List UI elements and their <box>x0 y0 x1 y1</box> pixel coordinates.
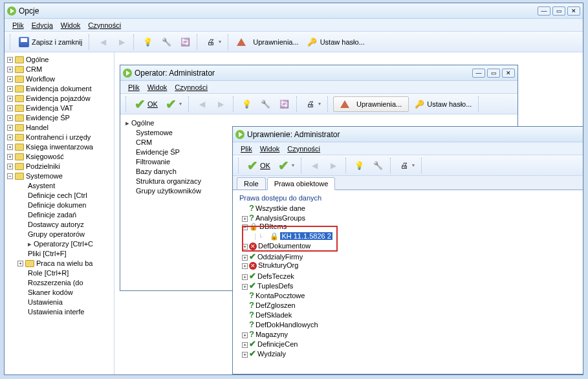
list-item[interactable]: Bazy danych <box>125 167 219 177</box>
tree-item[interactable]: Grupy operatorów <box>6 230 113 239</box>
tree-item[interactable]: +Ewidencje ŚP <box>6 113 113 123</box>
menu-widok[interactable]: Widok <box>147 83 168 91</box>
tree-item[interactable]: +Ogólne <box>6 55 113 65</box>
nav-fwd-button[interactable]: ▶ <box>213 96 230 112</box>
nav-back-button[interactable]: ◀ <box>194 96 211 112</box>
rights-item[interactable]: +✔OddzialyFirmy <box>239 252 576 261</box>
close-icon[interactable]: ✕ <box>502 69 515 78</box>
nav-back-button[interactable]: ◀ <box>307 158 323 173</box>
wrench-button[interactable] <box>158 34 175 50</box>
nav-fwd-button[interactable]: ▶ <box>113 34 130 50</box>
rights-item[interactable]: ?Wszystkie dane <box>239 203 576 213</box>
rights-item[interactable]: +?Magazyny <box>239 329 576 339</box>
list-item[interactable]: Struktura organizacy <box>125 177 219 186</box>
list-item[interactable]: Filtrowanie <box>125 157 219 167</box>
set-password-button[interactable]: Ustaw hasło... <box>304 34 368 50</box>
permissions-button[interactable]: Uprawnienia... <box>234 34 301 50</box>
tree-item[interactable]: −Systemowe <box>6 171 113 181</box>
titlebar[interactable]: Uprawnienie: Administrator <box>233 127 583 142</box>
minimize-icon[interactable]: — <box>472 69 485 78</box>
print-button[interactable]: ▾ <box>202 34 224 50</box>
tree-item[interactable]: Skaner kodów <box>6 288 113 298</box>
nav-tree[interactable]: +Ogólne+CRM+Workflow+Ewidencja dokument+… <box>5 52 114 374</box>
tree-item[interactable]: +Kontrahenci i urzędy <box>6 133 113 142</box>
rights-item[interactable]: +✕DefDokumentow <box>239 242 576 252</box>
tree-item[interactable]: +Praca na wielu ba <box>6 259 113 268</box>
tree-item[interactable]: +Ewidencja VAT <box>6 103 113 113</box>
menu-widok[interactable]: Widok <box>260 145 280 153</box>
titlebar[interactable]: Operator: Administrator — ▭ ✕ <box>120 65 517 81</box>
list-item[interactable]: CRM <box>125 138 219 147</box>
menu-czynnosci[interactable]: Czynności <box>175 83 208 91</box>
tab-role[interactable]: Role <box>237 177 266 190</box>
tree-item[interactable]: Dostawcy autoryz <box>6 220 113 230</box>
rights-tree[interactable]: ?Wszystkie dane+?AnalysisGroups−🔒DBItems… <box>239 203 576 358</box>
list-item[interactable]: ▸ Ogólne <box>125 118 219 128</box>
rights-item[interactable]: +✕StrukturyOrg <box>239 261 576 271</box>
tree-item[interactable]: Definicje cech [Ctrl <box>6 191 113 200</box>
tree-item[interactable]: +Ewidencja dokument <box>6 84 113 94</box>
close-icon[interactable]: ✕ <box>567 6 580 16</box>
tab-prawa-obiektowe[interactable]: Prawa obiektowe <box>267 177 336 190</box>
nav-fwd-button[interactable]: ▶ <box>325 158 342 173</box>
menu-czynnosci[interactable]: Czynności <box>287 145 320 153</box>
rights-item[interactable]: +✔Wydzialy <box>239 349 576 358</box>
tree-item[interactable]: ▸Operatorzy [Ctrl+C <box>6 239 113 249</box>
refresh-button[interactable] <box>276 96 293 112</box>
rights-item[interactable]: +✔DefsTeczek <box>239 271 576 281</box>
rights-item[interactable]: ?DefZgloszen <box>239 300 576 310</box>
tree-item[interactable]: Asystent <box>6 181 113 191</box>
menu-edycja[interactable]: Edycja <box>32 21 53 29</box>
rights-item[interactable]: +?AnalysisGroups <box>239 213 576 222</box>
rights-item[interactable]: +✔DefinicjeCen <box>239 339 576 349</box>
titlebar[interactable]: Opcje — ▭ ✕ <box>5 3 583 19</box>
tree-item[interactable]: +Podzielniki <box>6 162 113 171</box>
tree-item[interactable]: Role [Ctrl+R] <box>6 268 113 278</box>
tree-item[interactable]: +Handel <box>6 123 113 133</box>
tree-item[interactable]: Definicje dokumen <box>6 200 113 210</box>
wrench-button[interactable] <box>370 158 387 173</box>
list-item[interactable]: Ewidencje ŚP <box>125 147 219 157</box>
tree-item[interactable]: Ustawienia interfe <box>6 307 113 317</box>
minimize-icon[interactable]: — <box>538 6 550 16</box>
nav-back-button[interactable]: ◀ <box>94 34 111 50</box>
list-item[interactable]: Systemowe <box>125 128 219 138</box>
lamp-button[interactable] <box>239 96 256 112</box>
refresh-button[interactable] <box>177 34 193 50</box>
ok-button[interactable]: OK <box>131 96 161 112</box>
tree-item[interactable]: Ustawienia <box>6 298 113 307</box>
wrench-button[interactable] <box>257 96 274 112</box>
menu-plik[interactable]: Plik <box>128 83 140 91</box>
menu-widok[interactable]: Widok <box>61 21 81 29</box>
tree-item[interactable]: +Ewidencja pojazdów <box>6 94 113 103</box>
permissions-button[interactable]: Uprawnienia... <box>333 96 409 112</box>
save-close-button[interactable]: Zapisz i zamknij <box>16 34 85 50</box>
menu-plik[interactable]: Plik <box>12 21 24 29</box>
rights-item[interactable]: ?DefDokHandlowych <box>239 319 576 329</box>
menu-czynnosci[interactable]: Czynności <box>88 21 121 29</box>
rights-item[interactable]: +✔TuplesDefs <box>239 281 576 290</box>
maximize-icon[interactable]: ▭ <box>487 69 500 78</box>
tree-item[interactable]: Pliki [Ctrl+F] <box>6 249 113 259</box>
menu-plik[interactable]: Plik <box>241 145 252 153</box>
tree-item[interactable]: Rozszerzenia (do <box>6 278 113 288</box>
tree-item[interactable]: +Księga inwentarzowa <box>6 142 113 152</box>
list-item[interactable]: Grupy użytkowników <box>125 186 219 196</box>
ok-button[interactable]: OK <box>244 158 274 173</box>
operator-nav[interactable]: ▸ OgólneSystemoweCRMEwidencje ŚPFiltrowa… <box>120 114 224 290</box>
rights-item[interactable]: −🔒DBItems <box>239 222 576 232</box>
print-button[interactable]: ▾ <box>396 158 418 173</box>
print-button[interactable]: ▾ <box>302 96 324 112</box>
maximize-icon[interactable]: ▭ <box>552 6 565 16</box>
rights-item[interactable]: ?DefSkladek <box>239 310 576 319</box>
ok-dropdown[interactable]: ▾ <box>163 96 185 112</box>
rights-item[interactable]: ?KontaPocztowe <box>239 290 576 300</box>
lamp-button[interactable] <box>139 34 156 50</box>
rights-item[interactable]: ┊ └🔒KH 11.1.5826 2 <box>239 232 576 242</box>
tree-item[interactable]: +Księgowość <box>6 152 113 162</box>
lamp-button[interactable] <box>351 158 368 173</box>
tree-item[interactable]: +CRM <box>6 65 113 74</box>
tree-item[interactable]: Definicje zadań <box>6 210 113 220</box>
tree-item[interactable]: +Workflow <box>6 74 113 84</box>
ok-dropdown[interactable]: ▾ <box>276 158 298 173</box>
